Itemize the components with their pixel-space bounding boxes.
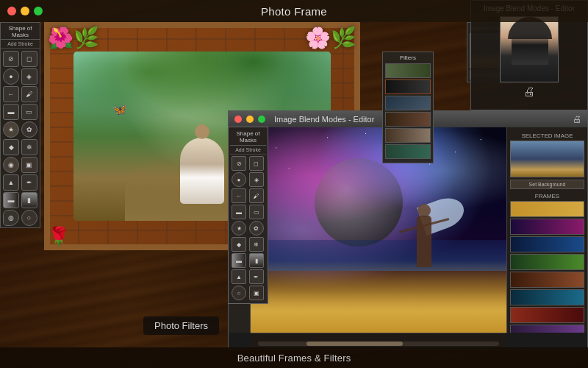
filters-label: Filters [385, 54, 431, 61]
mp2-tool-brush[interactable]: 🖌 [249, 188, 264, 203]
frame-thumb-4[interactable] [510, 272, 584, 288]
flower-bottom-left: 🌹 [48, 226, 70, 247]
right-window-title: Image Blend Modes - Editor [274, 115, 374, 124]
window-bottom-scrollbar [251, 333, 506, 349]
flower-top-right: 🌸🌿 [305, 26, 356, 50]
frames-label: Frames [510, 193, 584, 199]
mp2-tool-rect[interactable]: ▬ [232, 205, 246, 219]
frame-thumb-2[interactable] [510, 236, 584, 252]
filters-panel: Filters [382, 52, 434, 163]
mask-tool-no-symbol[interactable]: ⊘ [3, 51, 19, 67]
mask-tool-circle[interactable]: ● [3, 68, 19, 85]
mask-tool-arrow-left[interactable]: ← [3, 86, 19, 102]
filter-thumb-6[interactable] [385, 144, 431, 159]
bottom-bar: Beautiful Frames & Filters [0, 347, 588, 368]
beach-scene [251, 127, 506, 333]
rt-set-background[interactable]: Set Background [510, 180, 584, 189]
right-win-close[interactable] [234, 116, 242, 123]
mp2-tool-left[interactable]: ← [232, 188, 246, 203]
mp2-tool-nosymbol[interactable]: ⊘ [232, 156, 246, 171]
photo-filters-label: Photo Filters [143, 316, 219, 335]
mask-tool-pen[interactable]: ✒ [21, 174, 37, 191]
filter-thumb-5[interactable] [385, 128, 431, 143]
mp2-tool-circle[interactable]: ● [232, 172, 246, 187]
right-win-minimize[interactable] [246, 116, 254, 123]
mask-tool-eraser[interactable]: ◈ [21, 68, 37, 85]
mp2-tool-softcirc[interactable]: ○ [232, 286, 246, 300]
beach-sand [251, 261, 506, 333]
avatar-image [500, 16, 559, 82]
mask-tool-blob[interactable]: ◍ [3, 210, 19, 226]
mp2-tool-square[interactable]: ◻ [249, 156, 264, 171]
mask-tool-soft-sq[interactable]: ▣ [21, 157, 37, 173]
close-button[interactable] [7, 7, 16, 15]
mask-tool-soft-circle[interactable]: ◉ [3, 157, 19, 173]
right-win-maximize[interactable] [258, 116, 265, 123]
masks-panel-float-title: Shape of Masks [230, 129, 266, 146]
printer-icon-avatar[interactable]: 🖨 [523, 85, 535, 99]
scrollbar-thumb[interactable] [306, 342, 403, 346]
maximize-button[interactable] [34, 7, 43, 15]
beach-canvas [251, 127, 506, 333]
mp2-tool-rect2[interactable]: ▭ [249, 205, 264, 219]
masks-float-tools: ⊘ ◻ ● ◈ ← 🖌 ▬ ▭ ★ ✿ ◆ ❄ ▬ ▮ ▲ ✒ ○ ▣ [230, 155, 266, 302]
mp2-tool-grad2[interactable]: ▮ [249, 253, 264, 268]
mp2-tool-pen[interactable]: ✒ [249, 269, 264, 284]
woman-figure [406, 194, 442, 267]
mp2-tool-flower[interactable]: ✿ [249, 221, 264, 236]
filter-thumb-2[interactable] [385, 79, 431, 94]
mask-tool-triangle[interactable]: ▲ [3, 174, 19, 191]
mp2-tool-tri[interactable]: ▲ [232, 269, 246, 284]
mask-tool-grad2[interactable]: ▮ [21, 192, 37, 208]
frame-thumb-6[interactable] [510, 307, 584, 323]
minimize-button[interactable] [21, 7, 29, 15]
selected-image-rt-label: Selected Image [510, 132, 584, 139]
frame-thumb-1[interactable] [510, 219, 584, 235]
scrollbar-track [258, 342, 499, 346]
mask-tool-rect2[interactable]: ▭ [21, 104, 37, 120]
avatar-controls: 🖨 [475, 85, 584, 99]
masks-tool-grid: ⊘ ◻ ● ◈ ← 🖌 ▬ ▭ ★ ✿ ◆ ❄ ◉ ▣ ▲ ✒ ▬ ▮ ◍ ○ [1, 49, 40, 228]
mp2-tool-grad1[interactable]: ▬ [232, 253, 246, 268]
planet [315, 158, 403, 247]
masks-panel-subtitle: Add Stroke [1, 40, 40, 49]
bottom-title: Beautiful Frames & Filters [237, 353, 351, 364]
filter-thumb-4[interactable] [385, 112, 431, 127]
mask-tool-soft3[interactable]: ○ [21, 210, 37, 226]
mp2-tool-diamond[interactable]: ◆ [232, 237, 246, 252]
mask-tool-snowflake[interactable]: ❄ [21, 139, 37, 155]
masks-panel-float-subtitle: Add Stroke [230, 146, 266, 155]
masks-panel-left: Shape of Masks Add Stroke ⊘ ◻ ● ◈ ← 🖌 ▬ … [0, 22, 40, 228]
mask-tool-brush[interactable]: 🖌 [21, 86, 37, 102]
masks-panel-title: Shape of Masks [1, 23, 40, 40]
mp2-tool-softsq[interactable]: ▣ [249, 286, 264, 300]
mp2-tool-snowflake[interactable]: ❄ [249, 237, 264, 252]
mask-tool-diamond[interactable]: ◆ [3, 139, 19, 155]
app-bar: Photo Frame [0, 0, 588, 22]
flower-top-left: 🌺🌿 [48, 26, 99, 50]
mask-tool-grad1[interactable]: ▬ [3, 192, 19, 208]
printer-icon[interactable]: 🖨 [573, 114, 581, 124]
filter-thumb-1[interactable] [385, 63, 431, 78]
filter-thumb-3[interactable] [385, 96, 431, 110]
traffic-lights [7, 7, 43, 15]
app-title: Photo Frame [261, 5, 327, 18]
frame-thumb-7[interactable] [510, 325, 584, 333]
mp2-tool-eraser[interactable]: ◈ [249, 172, 264, 187]
frame-thumb-0[interactable] [510, 201, 584, 217]
frame-thumb-5[interactable] [510, 289, 584, 305]
mask-tool-rect[interactable]: ▬ [3, 104, 19, 120]
masks-panel-float: Shape of Masks Add Stroke ⊘ ◻ ● ◈ ← 🖌 ▬ … [228, 127, 268, 304]
woman-body [417, 216, 431, 267]
frame-thumb-3[interactable] [510, 254, 584, 270]
rt-selected-thumb [510, 141, 584, 177]
mask-tool-flower[interactable]: ✿ [21, 121, 37, 138]
mask-tool-square[interactable]: ◻ [21, 51, 37, 67]
mask-tool-star[interactable]: ★ [3, 121, 19, 138]
right-toolbar: Selected Image Set Background Frames Fil… [506, 127, 587, 333]
mp2-tool-star[interactable]: ★ [232, 221, 246, 236]
